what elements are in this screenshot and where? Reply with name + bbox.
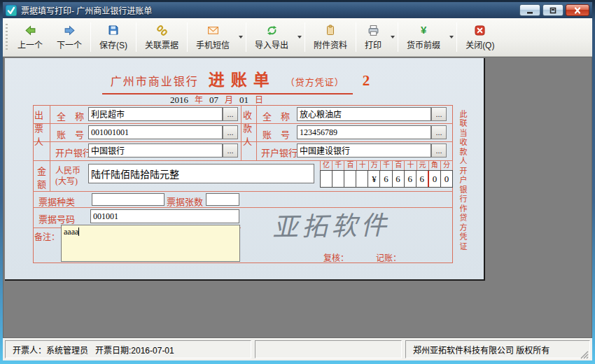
payee-name-input[interactable] (297, 107, 431, 121)
sms-label: 手机短信 (196, 38, 230, 50)
digit-header: 亿 (321, 160, 332, 170)
toolbar-grip (5, 24, 8, 50)
printer-icon (368, 24, 379, 36)
digit-cell (321, 171, 332, 187)
status-operator: 开票人：系统管理员 开票日期:2016-07-01 (5, 340, 251, 358)
drawer-account-lookup-button[interactable]: ... (223, 125, 238, 139)
remark-textarea[interactable]: aaaa (61, 225, 240, 262)
currency-prefix-label: 货币前缀 (407, 38, 440, 50)
related-bills-button[interactable]: 关联票据 (138, 20, 186, 55)
digit-header: 万 (369, 160, 381, 170)
drawer-name-lookup-button[interactable]: ... (223, 107, 238, 121)
toolbar-separator (246, 22, 246, 52)
bank-name: 广州市商业银行 (111, 72, 199, 89)
slip-title: 进账单 (209, 66, 276, 90)
envelope-icon (207, 24, 219, 36)
currency-prefix-dropdown-arrow[interactable] (447, 20, 455, 55)
clipboard-icon (325, 24, 336, 36)
window-title: 票据填写打印- 广州商业银行进账单 (21, 4, 152, 16)
arrow-right-icon (64, 24, 76, 36)
document-area: 亚拓软件 广州市商业银行 进账单 （贷方凭证） 2 2016 年 07 月 01… (3, 57, 592, 338)
digit-cell: 6 (416, 171, 428, 187)
close-window-button[interactable]: 关闭(Q) (458, 20, 501, 55)
import-export-label: 导入导出 (255, 38, 288, 50)
payee-bank-lookup-button[interactable]: ... (431, 144, 447, 158)
slip-subtitle: （贷方凭证） (286, 75, 344, 88)
yuan-icon: ¥ (421, 24, 426, 36)
digit-cell: ¥ (368, 171, 379, 187)
drawer-name-input[interactable] (88, 107, 223, 121)
digit-grid-header: 亿 千 百 十 万 千 百 十 元 角 分 (320, 160, 453, 170)
drawer-account-label: 账 号 (57, 127, 84, 141)
sms-dropdown-arrow[interactable] (237, 20, 244, 55)
next-button[interactable]: 下一个 (50, 20, 89, 55)
bill-number-input[interactable] (90, 209, 239, 223)
review-label: 复核： (323, 251, 349, 264)
resize-grip[interactable] (580, 349, 589, 358)
digit-cell: 0 (440, 171, 452, 187)
drawer-bank-label: 开户银行 (55, 146, 92, 159)
next-label: 下一个 (57, 38, 82, 50)
app-logo-icon (6, 5, 17, 16)
save-button[interactable]: 保存(S) (92, 20, 134, 55)
sms-button[interactable]: 手机短信 (189, 20, 237, 55)
attachments-button[interactable]: 附件资料 (307, 20, 354, 55)
amount-digit-grid: 亿 千 百 十 万 千 百 十 元 角 分 ¥ (320, 160, 453, 188)
bill-count-input[interactable] (206, 193, 239, 206)
date-day-unit: 日 (255, 93, 263, 106)
digit-header: 百 (393, 160, 405, 170)
drawer-account-input[interactable] (88, 125, 223, 139)
toolbar: 上一个 下一个 保存(S) 关联票据 手机短 (3, 18, 592, 57)
maximize-button[interactable] (542, 4, 564, 16)
payee-name-label: 全 称 (262, 109, 290, 122)
previous-button[interactable]: 上一个 (10, 20, 50, 55)
print-dropdown-arrow[interactable] (388, 20, 396, 55)
date-day: 01 (239, 94, 248, 106)
drawer-bank-input[interactable] (88, 144, 223, 158)
slip-header: 广州市商业银行 进账单 （贷方凭证） 2 (5, 66, 467, 94)
window-controls (519, 4, 589, 16)
import-export-dropdown-arrow[interactable] (295, 20, 303, 55)
side-note: 此联当收款人开户银行作贷方凭证 (457, 110, 468, 264)
previous-label: 上一个 (18, 38, 43, 50)
print-button[interactable]: 打印 (358, 20, 388, 55)
payee-role-label: 收款人 (243, 108, 255, 158)
close-red-icon (475, 24, 485, 36)
toolbar-separator (90, 22, 91, 52)
arrow-left-icon (24, 24, 36, 36)
text-cursor (78, 227, 79, 236)
toolbar-separator (304, 22, 305, 52)
payee-bank-input[interactable] (297, 144, 431, 158)
date-year-unit: 年 (195, 93, 203, 106)
related-bills-label: 关联票据 (145, 38, 178, 50)
toolbar-separator (398, 22, 398, 52)
amount-section-label: 金额 (37, 164, 47, 188)
import-export-icon (266, 24, 278, 36)
bank-slip: 亚拓软件 广州市商业银行 进账单 （贷方凭证） 2 2016 年 07 月 01… (5, 58, 485, 281)
payee-account-lookup-button[interactable]: ... (431, 125, 447, 139)
drawer-bank-lookup-button[interactable]: ... (223, 144, 238, 158)
save-icon (108, 24, 119, 36)
toolbar-separator (356, 22, 356, 52)
amount-words-input[interactable] (88, 164, 314, 183)
digit-cell (332, 171, 344, 187)
digit-header: 元 (417, 160, 429, 170)
bill-type-input[interactable] (92, 193, 164, 206)
minimize-button[interactable] (519, 4, 540, 16)
close-button[interactable] (566, 4, 589, 16)
digit-cell: 6 (392, 171, 404, 187)
digit-cell: 6 (404, 171, 416, 187)
save-label: 保存(S) (99, 38, 127, 50)
date-month: 07 (209, 94, 218, 106)
payee-bank-label: 开户银行 (261, 146, 298, 159)
currency-prefix-button[interactable]: ¥ 货币前缀 (400, 20, 447, 55)
toolbar-separator (456, 22, 457, 52)
payee-name-lookup-button[interactable]: ... (431, 107, 447, 121)
divider (33, 191, 453, 192)
payee-account-input[interactable] (297, 125, 431, 139)
import-export-button[interactable]: 导入导出 (248, 20, 295, 55)
bill-count-label: 票据张数 (167, 195, 203, 208)
remark-label: 备注： (34, 230, 59, 243)
remark-text: aaaa (64, 227, 78, 237)
payee-account-label: 账 号 (262, 127, 290, 141)
